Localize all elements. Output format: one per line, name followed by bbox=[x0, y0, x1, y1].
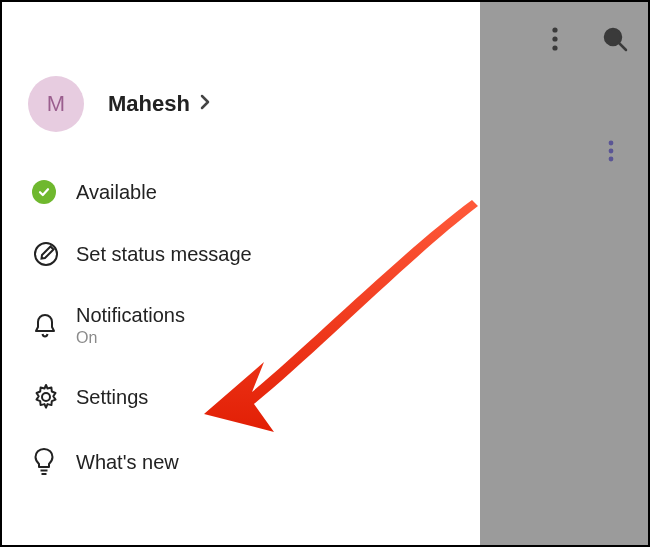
profile-row[interactable]: M Mahesh bbox=[2, 2, 480, 152]
profile-name: Mahesh bbox=[108, 91, 190, 117]
presence-available-icon bbox=[32, 180, 76, 204]
top-bar-icons bbox=[552, 26, 628, 56]
gear-icon bbox=[32, 383, 76, 411]
svg-point-7 bbox=[609, 157, 614, 162]
app-frame: M Mahesh Available bbox=[0, 0, 650, 547]
notifications-label: Notifications bbox=[76, 304, 185, 327]
svg-point-0 bbox=[552, 27, 557, 32]
chevron-right-icon bbox=[200, 94, 210, 115]
svg-line-4 bbox=[619, 43, 626, 50]
lightbulb-icon bbox=[32, 447, 76, 477]
search-icon[interactable] bbox=[602, 26, 628, 56]
secondary-more-icon[interactable] bbox=[608, 140, 614, 166]
svg-point-9 bbox=[42, 393, 50, 401]
svg-point-5 bbox=[609, 141, 614, 146]
svg-point-1 bbox=[552, 36, 557, 41]
settings-label: Settings bbox=[76, 386, 148, 409]
svg-point-6 bbox=[609, 149, 614, 154]
avatar: M bbox=[28, 76, 84, 132]
menu-item-set-status[interactable]: Set status message bbox=[2, 222, 480, 286]
whats-new-label: What's new bbox=[76, 451, 179, 474]
status-label: Available bbox=[76, 181, 157, 204]
menu-item-whats-new[interactable]: What's new bbox=[2, 429, 480, 495]
navigation-drawer: M Mahesh Available bbox=[2, 2, 480, 545]
menu-item-status[interactable]: Available bbox=[2, 162, 480, 222]
notifications-sub: On bbox=[76, 329, 185, 347]
more-vertical-icon[interactable] bbox=[552, 27, 558, 55]
drawer-menu: Available Set status message Notificatio… bbox=[2, 152, 480, 495]
menu-item-notifications[interactable]: Notifications On bbox=[2, 286, 480, 365]
menu-item-settings[interactable]: Settings bbox=[2, 365, 480, 429]
avatar-initial: M bbox=[47, 91, 65, 117]
set-status-label: Set status message bbox=[76, 243, 252, 266]
background-overlay bbox=[478, 2, 648, 545]
bell-icon bbox=[32, 312, 76, 340]
edit-status-icon bbox=[32, 240, 76, 268]
svg-point-2 bbox=[552, 45, 557, 50]
